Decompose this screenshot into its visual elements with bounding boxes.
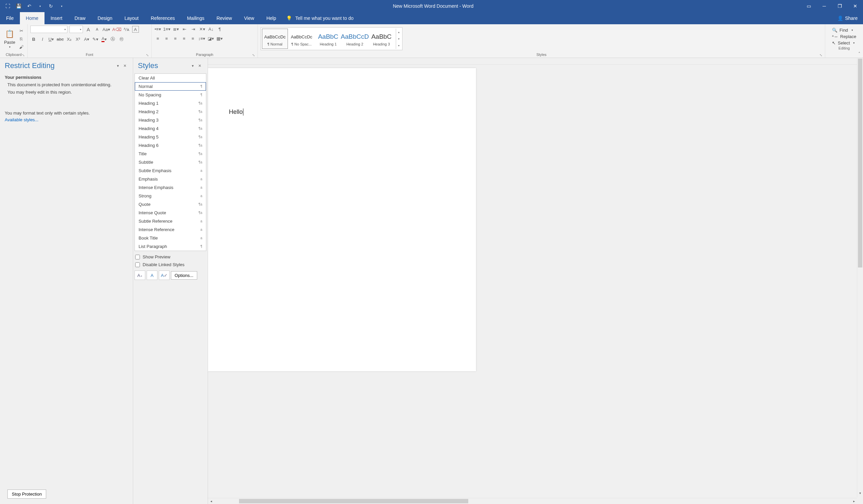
pane-close-icon[interactable]: ✕ bbox=[121, 64, 128, 68]
bullets-icon[interactable]: •≡▾ bbox=[154, 26, 161, 33]
stop-protection-button[interactable]: Stop Protection bbox=[8, 490, 46, 499]
tab-help[interactable]: Help bbox=[260, 12, 282, 24]
style-list-item[interactable]: Book Titlea bbox=[135, 234, 206, 242]
available-styles-link[interactable]: Available styles... bbox=[5, 117, 38, 122]
phonetic-guide-icon[interactable]: ᴬ⁄ᴀ bbox=[123, 26, 130, 33]
underline-icon[interactable]: U▾ bbox=[48, 36, 54, 42]
numbering-icon[interactable]: 1≡▾ bbox=[163, 26, 171, 33]
style-gallery-item[interactable]: AaBbCcDHeading 2 bbox=[342, 29, 368, 49]
pane-dropdown-icon[interactable]: ▾ bbox=[115, 64, 121, 68]
document-text[interactable]: Hello bbox=[229, 108, 243, 116]
tab-mailings[interactable]: Mailings bbox=[181, 12, 210, 24]
scroll-down-icon[interactable]: ▾ bbox=[857, 491, 863, 497]
text-effects-icon[interactable]: A▾ bbox=[83, 36, 90, 42]
char-shading-icon[interactable]: Ⓐ bbox=[110, 36, 116, 42]
styles-options-button[interactable]: Options... bbox=[171, 271, 197, 280]
scrollbar-thumb[interactable] bbox=[858, 59, 862, 268]
pane-dropdown-icon[interactable]: ▾ bbox=[189, 64, 196, 68]
undo-dropdown-icon[interactable]: ▾ bbox=[36, 2, 44, 10]
paste-button[interactable]: 📋 Paste ▾ bbox=[3, 27, 16, 50]
scroll-left-icon[interactable]: ◂ bbox=[208, 498, 214, 504]
shrink-font-icon[interactable]: A bbox=[94, 26, 100, 33]
manage-styles-icon[interactable]: A✓ bbox=[159, 271, 170, 280]
clear-formatting-icon[interactable]: A⌫ bbox=[112, 26, 121, 33]
tab-references[interactable]: References bbox=[145, 12, 181, 24]
decrease-indent-icon[interactable]: ⇤ bbox=[182, 26, 188, 33]
clipboard-launcher-icon[interactable]: ⤡ bbox=[22, 53, 25, 57]
replace-button[interactable]: ᵃ↔Replace bbox=[832, 34, 856, 39]
horizontal-ruler[interactable] bbox=[208, 58, 863, 65]
style-list-item[interactable]: Heading 2¶a bbox=[135, 107, 206, 116]
asian-layout-icon[interactable]: ✕▾ bbox=[199, 26, 205, 33]
change-case-icon[interactable]: Aa▾ bbox=[102, 26, 110, 33]
font-color-icon[interactable]: A▾ bbox=[101, 36, 108, 42]
style-gallery-item[interactable]: AaBbCcDc¶ No Spac... bbox=[289, 29, 314, 49]
style-list-item[interactable]: Subtitle¶a bbox=[135, 158, 206, 166]
tab-insert[interactable]: Insert bbox=[45, 12, 68, 24]
font-name-combo[interactable]: ▾ bbox=[30, 26, 67, 33]
style-list-item[interactable]: Heading 3¶a bbox=[135, 116, 206, 124]
strikethrough-icon[interactable]: abc bbox=[57, 36, 64, 42]
sort-icon[interactable]: A↓ bbox=[208, 26, 214, 33]
style-gallery-item[interactable]: AaBbCHeading 3 bbox=[368, 29, 395, 49]
line-spacing-icon[interactable]: ↕≡▾ bbox=[198, 35, 205, 42]
style-list-item[interactable]: Normal¶ bbox=[135, 82, 206, 91]
checkbox[interactable] bbox=[135, 255, 140, 259]
style-inspector-icon[interactable]: A bbox=[147, 271, 158, 280]
style-list-item[interactable]: Emphasisa bbox=[135, 175, 206, 183]
distributed-icon[interactable]: ≡ bbox=[189, 35, 196, 42]
new-style-icon[interactable]: A₊ bbox=[135, 271, 145, 280]
minimize-icon[interactable]: ─ bbox=[816, 0, 832, 12]
undo-icon[interactable]: ↶ bbox=[26, 2, 33, 10]
style-list-item[interactable]: Heading 5¶a bbox=[135, 133, 206, 141]
shading-icon[interactable]: ◪▾ bbox=[207, 35, 214, 42]
style-list-item[interactable]: Heading 6¶a bbox=[135, 141, 206, 150]
font-launcher-icon[interactable]: ⤡ bbox=[146, 53, 149, 57]
tab-design[interactable]: Design bbox=[92, 12, 118, 24]
justify-icon[interactable]: ≡ bbox=[181, 35, 187, 42]
maximize-icon[interactable]: ❐ bbox=[832, 0, 848, 12]
style-list-item[interactable]: Quote¶a bbox=[135, 200, 206, 208]
style-list-item[interactable]: Subtle Emphasisa bbox=[135, 166, 206, 175]
superscript-icon[interactable]: X² bbox=[75, 36, 81, 42]
borders-icon[interactable]: ▦▾ bbox=[216, 35, 223, 42]
italic-icon[interactable]: I bbox=[39, 36, 46, 42]
char-border-icon[interactable]: A bbox=[132, 26, 139, 33]
disable-linked-checkbox[interactable]: Disable Linked Styles bbox=[135, 261, 206, 269]
checkbox[interactable] bbox=[135, 262, 140, 267]
style-list-item[interactable]: Stronga bbox=[135, 192, 206, 200]
page[interactable]: Hello bbox=[208, 68, 476, 371]
qat-customize-icon[interactable]: ▾ bbox=[58, 2, 65, 10]
style-list-item[interactable]: Intense Referencea bbox=[135, 225, 206, 234]
show-marks-icon[interactable]: ¶ bbox=[216, 26, 223, 33]
save-icon[interactable]: 💾 bbox=[15, 2, 22, 10]
tab-draw[interactable]: Draw bbox=[68, 12, 92, 24]
scroll-right-icon[interactable]: ▸ bbox=[851, 498, 857, 504]
tab-review[interactable]: Review bbox=[210, 12, 238, 24]
grow-font-icon[interactable]: A bbox=[85, 26, 92, 33]
horizontal-scrollbar[interactable]: ◂ ▸ bbox=[208, 498, 857, 504]
touch-mode-icon[interactable]: ⛶ bbox=[4, 2, 11, 10]
style-list-item[interactable]: Intense Emphasisa bbox=[135, 183, 206, 192]
pane-close-icon[interactable]: ✕ bbox=[196, 64, 203, 68]
style-gallery-item[interactable]: AaBbCHeading 1 bbox=[315, 29, 341, 49]
scrollbar-thumb[interactable] bbox=[239, 499, 468, 503]
copy-icon[interactable]: ⎘ bbox=[18, 35, 25, 42]
styles-launcher-icon[interactable]: ⤡ bbox=[820, 53, 822, 57]
bold-icon[interactable]: B bbox=[30, 36, 37, 42]
align-left-icon[interactable]: ≡ bbox=[154, 35, 161, 42]
align-right-icon[interactable]: ≡ bbox=[172, 35, 179, 42]
page-canvas[interactable]: Hello bbox=[208, 65, 863, 504]
ribbon-display-icon[interactable]: ▭ bbox=[801, 0, 816, 12]
style-list-item[interactable]: Heading 1¶a bbox=[135, 99, 206, 107]
subscript-icon[interactable]: X₂ bbox=[66, 36, 73, 42]
paragraph-launcher-icon[interactable]: ⤡ bbox=[252, 53, 255, 57]
style-list-item[interactable]: Subtle Referencea bbox=[135, 217, 206, 225]
align-center-icon[interactable]: ≡ bbox=[163, 35, 170, 42]
select-button[interactable]: ↖Select▾ bbox=[832, 40, 856, 46]
tab-view[interactable]: View bbox=[238, 12, 260, 24]
style-list-item[interactable]: Title¶a bbox=[135, 150, 206, 158]
multilevel-icon[interactable]: ≣▾ bbox=[173, 26, 179, 33]
style-list-item[interactable]: Clear All bbox=[135, 74, 206, 82]
tab-home[interactable]: Home bbox=[20, 12, 45, 24]
